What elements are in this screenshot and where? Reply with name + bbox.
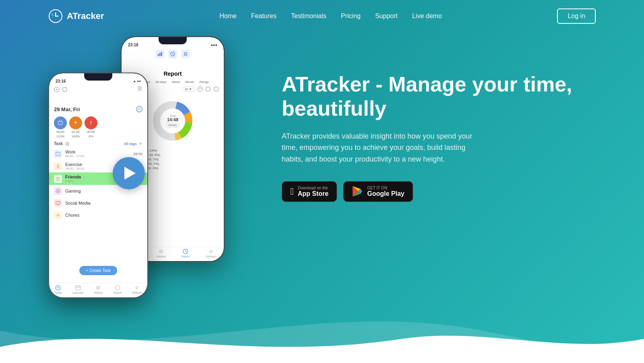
svg-rect-39 [56,152,60,156]
nav-history[interactable]: History [157,249,165,258]
svg-point-42 [58,177,60,178]
report-title: Report [163,71,182,77]
play-button[interactable] [113,157,145,189]
create-task-button[interactable]: + Create Task [79,266,117,275]
front-phone-time: 23:16 [56,79,66,83]
app-store-label: Download on the [298,186,328,190]
svg-rect-3 [159,53,161,56]
phones-mockup: 23:18 ●●● [48,36,250,318]
nav-links: Home Features Testimonials Pricing Suppo… [219,12,442,20]
navigation: ATracker Home Features Testimonials Pric… [0,0,644,32]
hero-text: ATracker - Manage your time, beautifully… [250,40,596,202]
svg-line-31 [139,108,140,109]
task-bottom-nav: Today Calendar History Report [49,283,147,297]
nav-calendar-front[interactable]: Calendar [72,285,83,294]
svg-rect-9 [214,87,218,91]
details-btn[interactable]: Details [166,123,179,127]
nav-settings[interactable]: Settings [206,249,216,258]
notch-front [84,73,112,81]
google-play-label: GET IT ON [367,186,404,190]
google-play-icon [352,186,363,197]
logo-text: ATracker [67,11,104,21]
nav-today[interactable]: Today [54,285,62,294]
app-store-name: App Store [298,190,328,197]
apple-icon:  [290,186,294,197]
logo[interactable]: ATracker [48,9,104,23]
svg-point-7 [198,87,202,91]
tab-range[interactable]: Range [198,79,211,85]
task-circles: 09:00 113% 01:00 100% 00:0 [49,115,147,140]
hero-section: 23:18 ●●● [0,32,644,363]
nav-testimonials[interactable]: Testimonials [291,12,326,19]
nav-report-front[interactable]: Report [113,285,122,294]
tab-week[interactable]: Week [170,79,182,85]
svg-rect-2 [158,54,159,56]
back-phone-time: 23:18 [128,43,138,47]
svg-point-24 [210,251,212,253]
svg-point-6 [184,52,187,55]
nav-pricing[interactable]: Pricing [341,12,361,19]
task-section-label: Task [54,141,63,146]
svg-rect-26 [63,87,67,91]
chart-center: Total 14:48 Details [166,114,179,127]
svg-rect-47 [76,286,80,290]
task-item-social[interactable]: Social Media [49,197,147,209]
app-store-button[interactable]:  Download on the App Store [282,181,337,202]
svg-rect-4 [161,52,162,56]
hero-subtitle: ATracker provides valuable insight into … [282,131,475,165]
google-play-name: Google Play [367,190,404,197]
nav-report[interactable]: Report [182,249,190,258]
tab-30days[interactable]: 30 days [153,79,169,85]
tab-month[interactable]: Month [183,79,196,85]
play-icon [124,167,136,180]
store-buttons:  Download on the App Store GET IT ON Go… [282,181,596,202]
nav-support[interactable]: Support [375,12,398,19]
nav-live-demo[interactable]: Live demo [412,12,442,19]
nav-history-front[interactable]: History [94,285,103,294]
task-date: 29 Mar, Fri [54,106,80,112]
task-item-chores[interactable]: Chores [49,209,147,221]
svg-rect-32 [58,121,62,124]
svg-point-55 [136,287,138,289]
hero-title: ATracker - Manage your time, beautifully [282,73,596,121]
svg-rect-44 [56,201,60,204]
google-play-button[interactable]: GET IT ON Google Play [343,181,413,202]
all-tags[interactable]: All tags [124,142,137,146]
notch-back [159,37,187,44]
nav-settings-front[interactable]: Settings [132,285,142,294]
svg-point-40 [57,165,59,166]
nav-features[interactable]: Features [251,12,277,19]
nav-home[interactable]: Home [219,12,237,19]
login-button[interactable]: Log in [557,8,596,24]
task-section-header: Task All tags [49,140,147,147]
svg-point-1 [51,13,54,16]
svg-point-54 [115,285,120,290]
svg-point-28 [138,86,142,90]
svg-point-41 [57,177,58,178]
svg-rect-8 [206,87,210,91]
task-date-header: 29 Mar, Fri [49,94,147,115]
svg-point-27 [139,87,141,89]
